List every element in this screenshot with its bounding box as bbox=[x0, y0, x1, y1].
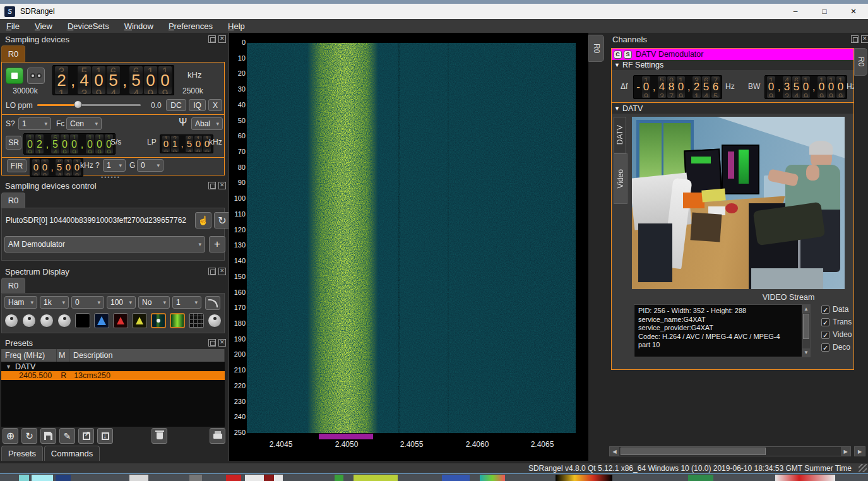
waterfall-inv-icon[interactable] bbox=[170, 313, 185, 328]
x-tick-label: 2.4055 bbox=[400, 440, 424, 449]
checkbox-deco[interactable]: ✓Deco bbox=[821, 341, 854, 353]
tab-r0-spectrum-side[interactable]: R0 bbox=[588, 35, 604, 62]
scroll-down-icon[interactable]: ▼ bbox=[802, 348, 810, 357]
sr-button[interactable]: SR bbox=[6, 136, 21, 150]
tab-r0-spectrum[interactable]: R0 bbox=[1, 278, 25, 293]
column-freq[interactable]: Freq (MHz) bbox=[1, 349, 57, 362]
checkmark-icon: ✓ bbox=[821, 318, 829, 326]
sample-rate-dial[interactable]: 109321 , 654109109 , 109109109 bbox=[23, 133, 116, 155]
undock-icon[interactable] bbox=[851, 35, 859, 43]
preset-row-selected[interactable]: 2405.500 R 13cms250 bbox=[1, 371, 225, 380]
column-mode[interactable]: M bbox=[57, 349, 69, 362]
center-frequency-dial[interactable]: 321 , 543109654 , 654109109 bbox=[52, 65, 174, 95]
undock-icon[interactable] bbox=[208, 35, 216, 43]
lo-ppm-slider[interactable] bbox=[37, 100, 141, 109]
undock-icon[interactable] bbox=[208, 268, 216, 275]
checkmark-icon: ✓ bbox=[821, 306, 829, 314]
under-desk-equipment bbox=[638, 223, 672, 282]
log-lin-icon[interactable] bbox=[205, 296, 220, 310]
y-tick-label: 70 bbox=[238, 148, 246, 155]
trace-knob[interactable] bbox=[57, 314, 71, 328]
edit-preset-button[interactable]: ✎ bbox=[59, 428, 75, 444]
load-preset-button[interactable] bbox=[210, 428, 225, 444]
tab-datv[interactable]: DATV bbox=[614, 117, 626, 153]
info-scrollbar[interactable]: ▲ ▼ bbox=[802, 305, 810, 357]
checkbox-trans[interactable]: ✓Trans bbox=[821, 316, 854, 328]
histogram-icon[interactable] bbox=[94, 313, 109, 328]
tab-r0-channels-side[interactable]: R0 bbox=[854, 48, 867, 76]
freq-min-label: 30000k bbox=[2, 86, 49, 95]
delta-f-dial[interactable]: - 109 , 543987109 , 321654765 bbox=[633, 75, 722, 99]
tab-video[interactable]: Video bbox=[614, 153, 627, 204]
menu-item[interactable]: View bbox=[35, 21, 52, 31]
scroll-right-icon[interactable]: ▶ bbox=[841, 447, 850, 456]
channel-settings-button[interactable]: S bbox=[624, 50, 632, 59]
decay-knob[interactable] bbox=[4, 314, 18, 328]
grid-icon[interactable] bbox=[189, 313, 204, 328]
delta-f-unit: Hz bbox=[725, 82, 735, 91]
menu-item[interactable]: Help bbox=[228, 21, 245, 31]
close-panel-icon[interactable] bbox=[861, 35, 868, 43]
maximize-button[interactable]: □ bbox=[810, 4, 839, 19]
checkbox-data[interactable]: ✓Data bbox=[821, 303, 854, 316]
undock-icon[interactable] bbox=[208, 182, 216, 189]
fir-filter-dial[interactable]: 109109 , 654109109 bbox=[30, 158, 83, 177]
channel-marker[interactable] bbox=[319, 434, 373, 439]
hscrollbar-extra[interactable]: ▶ bbox=[854, 446, 865, 456]
fir-button[interactable]: FIR bbox=[7, 159, 27, 172]
channel-titlebar[interactable]: C S DATV Demodulator bbox=[612, 49, 853, 60]
save-preset-button[interactable] bbox=[40, 428, 56, 444]
lp-filter-dial[interactable]: 109210 , 654109109 bbox=[160, 134, 213, 153]
rf-settings-rollup[interactable]: ▼ RF Settings bbox=[612, 60, 853, 70]
start-stop-button[interactable] bbox=[6, 68, 23, 84]
close-panel-icon[interactable] bbox=[218, 35, 226, 43]
waterfall-icon[interactable] bbox=[151, 313, 166, 328]
column-description[interactable]: Description bbox=[69, 349, 225, 362]
menu-item[interactable]: Window bbox=[124, 21, 153, 31]
new-preset-button[interactable]: ⊕ bbox=[3, 428, 18, 444]
checkbox-video[interactable]: ✓Video bbox=[821, 328, 854, 341]
menu-item[interactable]: File bbox=[6, 21, 20, 31]
titlebar[interactable]: S SDRangel – □ ✕ bbox=[0, 4, 868, 19]
tab-r0-control[interactable]: R0 bbox=[1, 193, 25, 208]
menu-item[interactable]: DeviceSets bbox=[68, 21, 109, 31]
datv-rollup[interactable]: ▼ DATV bbox=[612, 104, 854, 114]
close-button[interactable]: ✕ bbox=[839, 4, 868, 19]
tab-presets[interactable]: Presets bbox=[1, 446, 43, 461]
preset-group-row[interactable]: ▼ DATV bbox=[1, 362, 225, 371]
record-button[interactable] bbox=[27, 68, 45, 84]
add-channel-button[interactable]: + bbox=[209, 236, 225, 252]
scroll-left-icon[interactable]: ◀ bbox=[610, 447, 619, 456]
waterfall-display[interactable] bbox=[247, 43, 576, 433]
presets-header: Presets bbox=[5, 336, 220, 349]
tab-commands[interactable]: Commands bbox=[44, 446, 100, 461]
delete-preset-button[interactable] bbox=[152, 428, 167, 444]
minimize-button[interactable]: – bbox=[781, 4, 810, 19]
import-preset-button[interactable] bbox=[97, 428, 113, 444]
scroll-right-icon[interactable]: ▶ bbox=[855, 447, 865, 456]
tree-expander-icon[interactable]: ▼ bbox=[6, 364, 11, 370]
scroll-up-icon[interactable]: ▲ bbox=[802, 305, 810, 313]
reload-presets-button[interactable]: ↻ bbox=[21, 428, 37, 444]
close-panel-icon[interactable] bbox=[218, 339, 226, 347]
freeze-icon[interactable] bbox=[75, 313, 90, 328]
resize-grip[interactable] bbox=[859, 464, 867, 472]
close-panel-icon[interactable] bbox=[218, 182, 226, 189]
channels-hscrollbar[interactable]: ◀ ▶ bbox=[609, 446, 851, 456]
stroke-knob[interactable] bbox=[40, 314, 54, 328]
device-select-button[interactable]: ☝ bbox=[195, 212, 211, 229]
menu-item[interactable]: Preferences bbox=[169, 21, 213, 31]
channel-color-button[interactable]: C bbox=[614, 50, 622, 59]
current-trace-icon[interactable] bbox=[132, 313, 147, 328]
bw-dial[interactable]: 109 , 432654109 , 109109109 bbox=[764, 75, 847, 99]
export-preset-button[interactable] bbox=[78, 428, 94, 444]
max-hold-icon[interactable] bbox=[113, 313, 128, 328]
decay-divisor-knob[interactable] bbox=[22, 314, 36, 328]
grid-intensity-knob[interactable] bbox=[208, 314, 222, 328]
tab-r0-sampling[interactable]: R0 bbox=[1, 45, 25, 62]
iq-button[interactable]: IQ bbox=[189, 99, 206, 111]
close-panel-icon[interactable] bbox=[218, 268, 226, 275]
undock-icon[interactable] bbox=[208, 339, 216, 347]
transverter-button[interactable]: X bbox=[208, 99, 222, 111]
dc-button[interactable]: DC bbox=[166, 99, 186, 111]
